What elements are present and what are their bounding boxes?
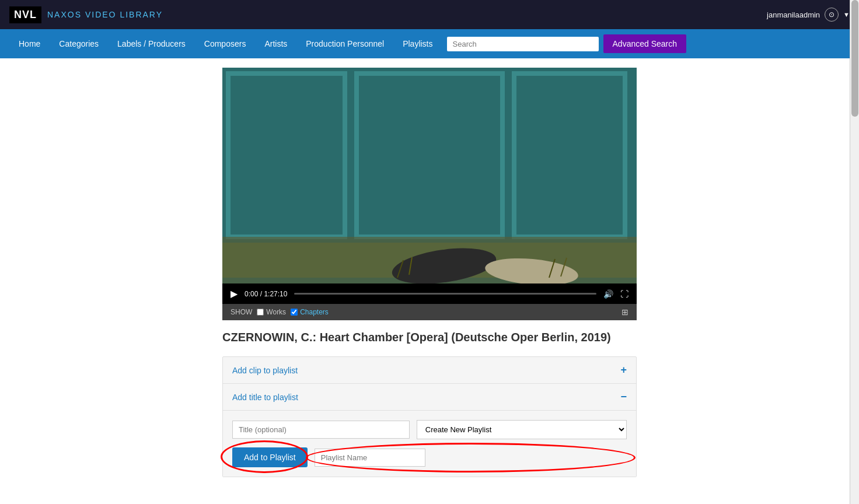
video-controls: ▶ 0:00 / 1:27:10 🔊 ⛶ [222, 284, 637, 304]
video-scene [222, 68, 637, 284]
video-player: ▶ 0:00 / 1:27:10 🔊 ⛶ SHOW Works [222, 68, 637, 320]
add-clip-row: Add clip to playlist + [223, 357, 636, 384]
username-label: janmanilaadmin [767, 10, 820, 19]
caption-icon[interactable]: ⊞ [621, 307, 628, 317]
add-playlist-btn-wrapper: Add to Playlist [232, 447, 308, 467]
playlist-select[interactable]: Create New Playlist [417, 420, 627, 439]
nav-bar: Home Categories Labels / Producers Compo… [0, 29, 859, 58]
playlist-section: Add clip to playlist + Add title to play… [222, 356, 637, 477]
video-title: CZERNOWIN, C.: Heart Chamber [Opera] (De… [222, 330, 637, 345]
user-dropdown-arrow[interactable]: ▼ [843, 11, 850, 18]
show-left: SHOW Works Chapters [231, 308, 329, 316]
add-title-link[interactable]: Add title to playlist [232, 393, 298, 402]
playlist-form: Create New Playlist Add to Playlist [223, 411, 636, 477]
nav-production[interactable]: Production Personnel [296, 29, 393, 58]
playlist-name-input[interactable] [315, 449, 425, 467]
chapters-label: Chapters [300, 308, 329, 316]
time-display: 0:00 / 1:27:10 [245, 290, 287, 298]
main-content: ▶ 0:00 / 1:27:10 🔊 ⛶ SHOW Works [0, 58, 859, 496]
user-icon[interactable]: ⊙ [825, 8, 839, 22]
works-checkbox-area: Works [257, 308, 286, 316]
works-label: Works [266, 308, 286, 316]
brand-text: NAXOS VIDEO LIBRARY [47, 10, 163, 19]
add-clip-toggle[interactable]: + [620, 364, 627, 376]
content-wrapper: ▶ 0:00 / 1:27:10 🔊 ⛶ SHOW Works [222, 68, 637, 487]
nav-categories[interactable]: Categories [50, 29, 108, 58]
playlist-form-top-row: Create New Playlist [232, 420, 627, 439]
user-area: janmanilaadmin ⊙ ▼ [767, 8, 850, 22]
progress-bar[interactable] [294, 293, 596, 295]
volume-button[interactable]: 🔊 [603, 289, 613, 299]
add-title-toggle[interactable]: − [620, 391, 627, 403]
nav-playlists[interactable]: Playlists [393, 29, 442, 58]
chapters-checkbox-area: Chapters [291, 308, 329, 316]
video-frame [222, 68, 637, 284]
search-input[interactable] [447, 37, 599, 51]
title-optional-input[interactable] [232, 421, 410, 439]
fullscreen-button[interactable]: ⛶ [620, 289, 628, 299]
nav-artists[interactable]: Artists [255, 29, 296, 58]
logo-box: NVL [9, 6, 41, 23]
scrollbar-track [850, 0, 859, 504]
works-checkbox[interactable] [257, 309, 264, 316]
show-label: SHOW [231, 308, 252, 316]
scrollbar-thumb[interactable] [851, 0, 858, 117]
play-button[interactable]: ▶ [231, 288, 238, 299]
add-to-playlist-button[interactable]: Add to Playlist [232, 447, 308, 467]
nav-composers[interactable]: Composers [195, 29, 256, 58]
add-clip-link[interactable]: Add clip to playlist [232, 366, 298, 375]
playlist-name-wrapper [315, 449, 627, 467]
chapters-checkbox[interactable] [291, 309, 298, 316]
advanced-search-button[interactable]: Advanced Search [603, 34, 687, 53]
add-title-row: Add title to playlist − [223, 384, 636, 411]
nav-home[interactable]: Home [9, 29, 50, 58]
video-scene-svg [222, 68, 637, 284]
show-bar: SHOW Works Chapters ⊞ [222, 304, 637, 320]
nav-labels[interactable]: Labels / Producers [108, 29, 195, 58]
top-bar: NVL NAXOS VIDEO LIBRARY janmanilaadmin ⊙… [0, 0, 859, 29]
logo-area: NVL NAXOS VIDEO LIBRARY [9, 6, 163, 23]
playlist-form-bottom-row: Add to Playlist [232, 447, 627, 467]
